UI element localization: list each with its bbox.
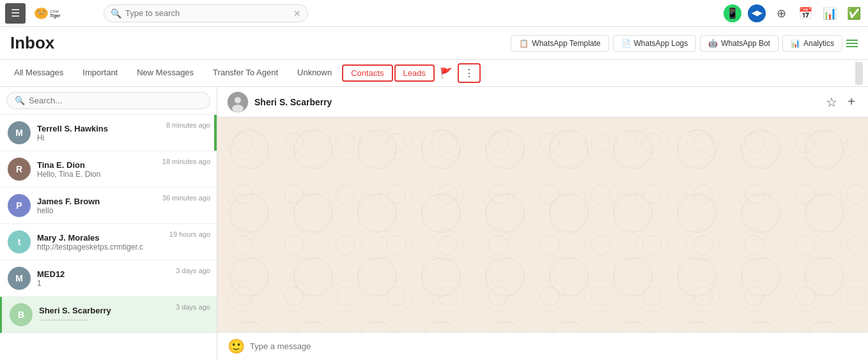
contact-preview: http://testpagesketps.crmtiger.c (37, 243, 209, 251)
whatsapp-template-icon: 📋 (519, 39, 529, 48)
tab-important[interactable]: Important (74, 63, 127, 84)
whatsapp-template-button[interactable]: 📋 WhatsApp Template (511, 35, 608, 52)
global-search-input[interactable] (125, 8, 290, 18)
clear-search-icon[interactable]: ✕ (293, 8, 301, 19)
tab-more-button[interactable]: ⋮ (458, 63, 481, 83)
emoji-button[interactable]: 🙂 (228, 338, 245, 355)
contact-time: 19 hours ago (169, 230, 210, 238)
chat-contact-name: Sheri S. Scarberry (254, 97, 332, 107)
list-item[interactable]: M MED12 1 3 days ago (0, 260, 217, 297)
contact-preview: Hello, Tina E. Dion (37, 170, 209, 179)
svg-text:Tiger: Tiger (50, 13, 61, 19)
add-nav-icon[interactable]: ⊕ (772, 4, 790, 22)
whatsapp-bot-icon: 🤖 (708, 39, 718, 48)
svg-rect-17 (217, 117, 868, 332)
chat-pattern (217, 117, 868, 332)
contacts-search-input[interactable] (29, 96, 202, 105)
tab-new-messages[interactable]: New Messages (128, 63, 203, 84)
star-button[interactable]: ☆ (823, 92, 840, 112)
main-content: 🔍 M Terrell S. Hawkins Hi 8 minutes ago (0, 87, 868, 360)
contact-preview: 1 (37, 279, 209, 288)
chat-contact-info: Sheri S. Scarberry (228, 92, 332, 112)
contact-time: 3 days ago (176, 303, 210, 311)
svg-point-7 (43, 11, 44, 13)
chat-body (217, 117, 868, 332)
tab-all-messages[interactable]: All Messages (5, 63, 72, 84)
search-icon: 🔍 (111, 8, 121, 19)
chat-panel: Sheri S. Scarberry ☆ + (217, 87, 868, 360)
top-navigation: ☰ CRM Tiger 🔍 ✕ 📱 (0, 0, 868, 27)
tab-transfer-to-agent[interactable]: Transfer To Agent (204, 63, 287, 84)
chart-nav-icon[interactable]: 📊 (821, 4, 839, 22)
menu-button[interactable]: ☰ (5, 3, 26, 24)
contact-preview: Hi (37, 133, 209, 142)
list-item[interactable]: R Tina E. Dion Hello, Tina E. Dion 18 mi… (0, 151, 217, 188)
analytics-icon: 📊 (791, 39, 800, 48)
tab-unknown[interactable]: Unknown (288, 63, 341, 84)
whatsapp-logs-button[interactable]: 📄 WhatsApp Logs (613, 35, 697, 52)
contact-preview: hello (37, 206, 209, 215)
avatar: M (8, 267, 31, 290)
scroll-indicator (214, 115, 217, 151)
chat-avatar (228, 92, 248, 112)
more-menu-button[interactable] (846, 40, 858, 47)
contact-time: 36 minutes ago (162, 194, 210, 202)
add-button[interactable]: + (845, 92, 858, 112)
extension-nav-icon[interactable]: ◀▶ (748, 4, 766, 22)
avatar: M (8, 121, 31, 144)
avatar: R (8, 158, 31, 181)
avatar: t (8, 230, 31, 253)
contact-time: 3 days ago (176, 267, 210, 274)
check-nav-icon[interactable]: ✅ (845, 4, 863, 22)
contact-time: 18 minutes ago (162, 158, 210, 165)
page-title: Inbox (10, 33, 54, 53)
whatsapp-nav-icon[interactable]: 📱 (724, 4, 741, 22)
whatsapp-logs-icon: 📄 (621, 39, 631, 48)
list-item[interactable]: t Mary J. Morales http://testpagesketps.… (0, 224, 217, 260)
tab-bar: All Messages Important New Messages Tran… (0, 60, 868, 87)
hamburger-icon: ☰ (11, 7, 20, 19)
page-header: Inbox 📋 WhatsApp Template 📄 WhatsApp Log… (0, 27, 868, 60)
search-wrap: 🔍 (0, 87, 217, 115)
avatar: B (10, 303, 33, 326)
flag-button[interactable]: 🚩 (436, 62, 456, 84)
list-item[interactable]: M Terrell S. Hawkins Hi 8 minutes ago (0, 115, 217, 151)
logo-area: CRM Tiger (31, 4, 88, 22)
global-search-bar[interactable]: 🔍 ✕ (104, 4, 308, 22)
contact-time: 8 minutes ago (166, 121, 210, 129)
list-item[interactable]: P James F. Brown hello 36 minutes ago (0, 188, 217, 224)
message-input[interactable] (250, 341, 858, 351)
chat-header: Sheri S. Scarberry ☆ + (217, 87, 868, 117)
header-actions: 📋 WhatsApp Template 📄 WhatsApp Logs 🤖 Wh… (511, 35, 858, 52)
svg-point-6 (39, 11, 40, 13)
analytics-button[interactable]: 📊 Analytics (782, 35, 842, 52)
whatsapp-bot-button[interactable]: 🤖 WhatsApp Bot (700, 35, 779, 52)
chat-input-area: 🙂 (217, 332, 868, 360)
svg-point-14 (232, 105, 244, 112)
contacts-list: M Terrell S. Hawkins Hi 8 minutes ago R … (0, 115, 217, 360)
search-input-container[interactable]: 🔍 (6, 92, 210, 109)
calendar-nav-icon[interactable]: 📅 (796, 4, 814, 22)
svg-text:CRM: CRM (50, 9, 59, 13)
list-item[interactable]: B Sheri S. Scarberry ───────── 3 days ag… (0, 297, 217, 333)
contact-preview: ───────── (39, 315, 209, 324)
search-icon: 🔍 (15, 96, 25, 105)
tab-leads[interactable]: Leads (394, 64, 435, 82)
contacts-panel: 🔍 M Terrell S. Hawkins Hi 8 minutes ago (0, 87, 217, 360)
tab-contacts[interactable]: Contacts (342, 64, 392, 82)
panel-collapse-handle[interactable] (855, 62, 863, 85)
nav-icon-group: 📱 ◀▶ ⊕ 📅 📊 ✅ (724, 4, 863, 22)
logo-image: CRM Tiger (31, 4, 88, 22)
chat-header-actions: ☆ + (823, 92, 858, 112)
svg-point-13 (235, 97, 241, 103)
avatar: P (8, 194, 31, 217)
